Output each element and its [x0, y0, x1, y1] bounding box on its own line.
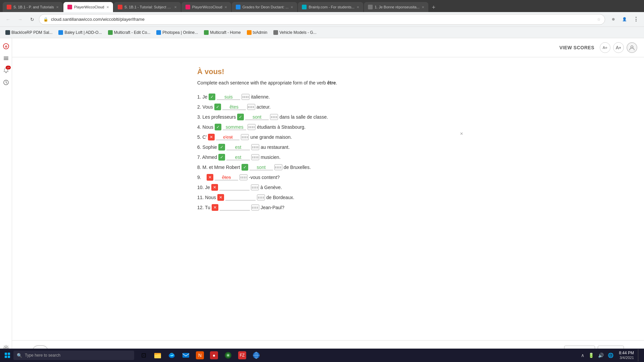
bookmark-baley[interactable]: Baley Loft | ADD-O... [56, 28, 104, 37]
sentence-4-input[interactable] [223, 124, 246, 130]
sentence-5-keyboard[interactable] [241, 134, 249, 140]
font-decrease-button[interactable]: A⊖ [600, 42, 610, 53]
tab-4[interactable]: PlayerWiccoCloud ✕ [181, 2, 231, 12]
tab-1[interactable]: S. 1B.1 - P. and Tutorials ✕ [3, 2, 63, 12]
tray-network-icon[interactable]: 🌐 [606, 352, 615, 359]
address-bar[interactable]: 🔒 cloud.santillanawicco.com/wiccoblti/pl… [39, 14, 605, 25]
start-button[interactable] [1, 349, 13, 361]
bookmark-txadmin-label: txAdmin [253, 30, 267, 35]
tray-volume-icon[interactable]: 🔊 [597, 352, 605, 359]
sentence-1-keyboard[interactable] [241, 94, 250, 100]
bookmark-blackicerp-label: BlackIceRP PDM Sal... [11, 30, 52, 35]
tab-3-close[interactable]: ✕ [174, 5, 177, 9]
menu-button[interactable]: ⋮ [631, 14, 641, 25]
taskbar-edge[interactable] [165, 349, 178, 362]
new-tab-button[interactable]: + [429, 3, 438, 12]
bookmark-photopea-label: Photopea | Online... [162, 30, 198, 35]
reload-button[interactable]: ↻ [27, 14, 38, 25]
sentence-9-keyboard[interactable] [239, 174, 248, 180]
lock-icon: 🔒 [43, 17, 48, 22]
sentence-6-keyboard[interactable] [251, 144, 259, 150]
tray-battery-icon[interactable]: 🔋 [587, 352, 595, 359]
tab-3[interactable]: S. 1B.1 - Tutorial: Subject p... ✕ [114, 2, 181, 12]
view-scores-link[interactable]: VIEW SCORES [559, 45, 594, 50]
show-desktop-button[interactable] [638, 349, 640, 361]
tab-bar: S. 1B.1 - P. and Tutorials ✕ PlayerWicco… [0, 0, 644, 12]
sidebar-icon-list[interactable] [1, 53, 11, 64]
sidebar-icon-notifications[interactable]: 19 [1, 65, 11, 76]
sentence-3-input[interactable] [245, 114, 269, 120]
address-icons: ☆ [597, 17, 601, 22]
taskbar: 🔍 Type here to search ⊡ [0, 349, 644, 362]
forward-button[interactable]: → [15, 14, 25, 25]
sentence-2-keyboard[interactable] [247, 104, 255, 110]
sentence-9: 9. ✕ -vous content? [197, 174, 459, 181]
sentence-1-input[interactable] [217, 94, 240, 100]
taskbar-file-explorer[interactable] [151, 349, 164, 362]
bookmark-multicraft-edit[interactable]: Multicraft - Edit Co... [105, 28, 153, 37]
sentence-10-input[interactable] [219, 185, 250, 190]
tab-7[interactable]: 1. Je Bonne réponseusita... ✕ [364, 2, 428, 12]
bookmark-photopea[interactable]: Photopea | Online... [154, 28, 201, 37]
sentence-11-suffix: de Bordeaux. [266, 195, 294, 200]
bookmark-blackicerp[interactable]: BlackIceRP PDM Sal... [3, 28, 55, 37]
tab-4-close[interactable]: ✕ [224, 5, 227, 9]
tray-chevron-icon[interactable]: ∧ [580, 352, 586, 359]
sentence-7-input[interactable] [226, 155, 250, 160]
sentence-11-keyboard[interactable] [257, 194, 265, 200]
profile-circle[interactable] [627, 42, 637, 53]
instructions-end: . [336, 80, 337, 85]
sentence-8-input[interactable] [250, 165, 273, 170]
sidebar-icon-history[interactable] [1, 77, 11, 88]
tab-1-close[interactable]: ✕ [56, 5, 59, 9]
sentence-4-keyboard[interactable] [248, 124, 256, 130]
font-increase-button[interactable]: A⊕ [613, 42, 624, 53]
tab-6-close[interactable]: ✕ [357, 5, 359, 9]
content-area: VIEW SCORES A⊖ A⊕ À vous! Complete [12, 38, 644, 362]
taskbar-right: ∧ 🔋 🔊 🌐 8:44 PM 3/4/2021 [577, 349, 643, 361]
tab-2[interactable]: PlayerWiccoCloud ✕ [63, 2, 113, 12]
sentence-10-keyboard[interactable] [251, 184, 259, 190]
sentence-10-num: 10. Je [197, 185, 210, 190]
sentence-3-keyboard[interactable] [270, 114, 278, 120]
bookmark-multicraft-home-label: Multicraft - Home [210, 30, 240, 35]
tab-5-close[interactable]: ✕ [290, 5, 293, 9]
taskbar-task-view[interactable]: ⊡ [137, 349, 150, 362]
svg-text:⊕: ⊕ [5, 45, 7, 48]
bookmark-multicraft-home[interactable]: Multicraft - Home [201, 28, 243, 37]
taskbar-app-circle[interactable] [221, 349, 235, 362]
taskbar-app-globe[interactable] [250, 349, 263, 362]
sentence-11-input[interactable] [225, 195, 256, 200]
star-icon[interactable]: ☆ [597, 17, 601, 22]
taskbar-search[interactable]: 🔍 Type here to search [13, 351, 134, 360]
sentence-7-keyboard[interactable] [251, 154, 259, 160]
tab-5[interactable]: Grades for Deon Ductant: ... ✕ [232, 2, 298, 12]
bookmark-baley-label: Baley Loft | ADD-O... [64, 30, 102, 35]
extensions-button[interactable]: ⊕ [608, 14, 619, 25]
tab-6[interactable]: Brainly.com - For students... ✕ [298, 2, 363, 12]
sentence-5-input[interactable] [216, 134, 239, 140]
back-button[interactable]: ← [3, 14, 13, 25]
sentence-12-input[interactable] [220, 205, 250, 210]
sentence-1-suffix: italienne. [251, 94, 270, 100]
taskbar-app-red[interactable]: ● [207, 349, 221, 362]
task-view-icon: ⊡ [140, 351, 148, 359]
sentence-8: 8. M. et Mme Robert ✓ de Bruxelles. [197, 164, 459, 171]
sentence-6-input[interactable] [226, 144, 250, 150]
sentence-12-keyboard[interactable] [251, 204, 259, 210]
sentence-8-keyboard[interactable] [274, 164, 282, 170]
taskbar-app-ftp[interactable]: FZ [235, 349, 249, 362]
tab-7-close[interactable]: ✕ [422, 5, 424, 9]
bookmark-vehicle[interactable]: Vehicle Models - G... [271, 28, 319, 37]
sentence-9-input[interactable] [215, 175, 238, 180]
profile-button[interactable]: 👤 [619, 14, 630, 25]
tab-2-close[interactable]: ✕ [106, 5, 109, 9]
bookmark-txadmin[interactable]: txAdmin [244, 28, 270, 37]
sentence-2-input[interactable] [222, 104, 246, 110]
sentence-5-dismiss[interactable]: ✕ [459, 131, 464, 136]
taskbar-time[interactable]: 8:44 PM 3/4/2021 [616, 351, 637, 360]
taskbar-app-orange[interactable]: N [193, 349, 207, 362]
sidebar-icon-extensions[interactable]: ⊕ [1, 41, 11, 52]
tab-7-favicon [368, 5, 373, 9]
taskbar-mail[interactable] [179, 349, 193, 362]
